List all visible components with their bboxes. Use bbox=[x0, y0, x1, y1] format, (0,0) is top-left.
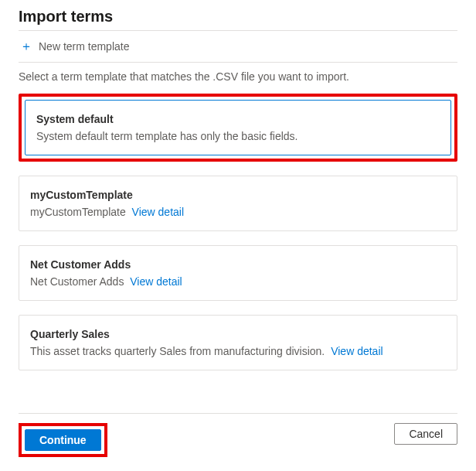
view-detail-link[interactable]: View detail bbox=[132, 206, 184, 218]
template-title: System default bbox=[36, 113, 440, 125]
template-title: myCustomTemplate bbox=[30, 189, 446, 201]
template-card-quarterly-sales[interactable]: Quarterly Sales This asset tracks quarte… bbox=[19, 315, 457, 370]
template-title: Quarterly Sales bbox=[30, 328, 446, 340]
highlight-continue-button: Continue bbox=[19, 423, 107, 457]
highlight-selected-template: System default System default term templ… bbox=[19, 94, 457, 162]
toolbar: ＋ New term template bbox=[19, 31, 457, 63]
continue-button[interactable]: Continue bbox=[25, 429, 101, 451]
template-description-text: This asset tracks quarterly Sales from m… bbox=[30, 345, 325, 357]
template-description: myCustomTemplate View detail bbox=[30, 206, 446, 218]
cancel-button[interactable]: Cancel bbox=[394, 423, 457, 445]
template-description: This asset tracks quarterly Sales from m… bbox=[30, 345, 446, 357]
plus-icon: ＋ bbox=[20, 40, 32, 53]
view-detail-link[interactable]: View detail bbox=[331, 345, 382, 357]
new-term-template-button[interactable]: ＋ New term template bbox=[19, 37, 131, 56]
template-description-text: Net Customer Adds bbox=[30, 275, 124, 288]
page-title: Import terms bbox=[19, 8, 457, 31]
footer: Continue Cancel bbox=[19, 413, 457, 457]
view-detail-link[interactable]: View detail bbox=[130, 275, 182, 288]
template-list: System default System default term templ… bbox=[19, 94, 457, 370]
template-card-system-default[interactable]: System default System default term templ… bbox=[25, 100, 451, 155]
template-description: Net Customer Adds View detail bbox=[30, 275, 446, 288]
template-description: System default term template has only th… bbox=[36, 130, 440, 142]
template-description-text: myCustomTemplate bbox=[30, 206, 126, 218]
template-title: Net Customer Adds bbox=[30, 258, 446, 271]
template-card-net-customer-adds[interactable]: Net Customer Adds Net Customer Adds View… bbox=[19, 245, 457, 301]
new-term-template-label: New term template bbox=[39, 40, 129, 53]
template-card-mycustomtemplate[interactable]: myCustomTemplate myCustomTemplate View d… bbox=[19, 176, 457, 231]
instruction-text: Select a term template that matches the … bbox=[19, 70, 457, 83]
